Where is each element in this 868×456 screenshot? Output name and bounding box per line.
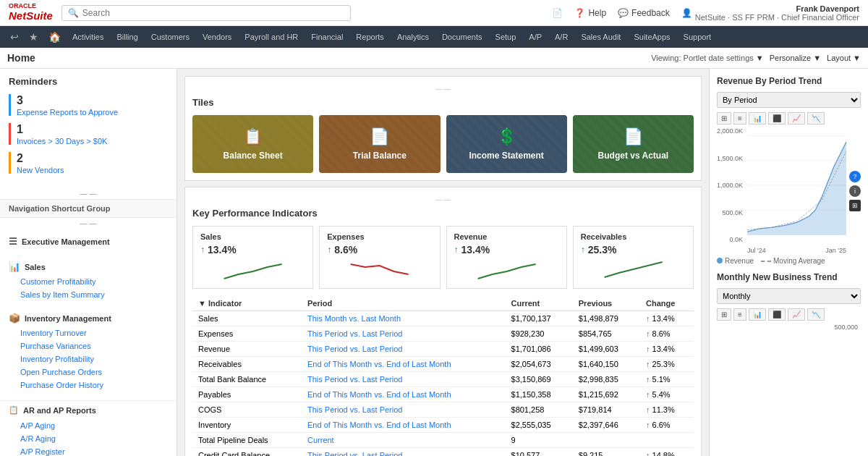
feedback-button[interactable]: 💬 Feedback (618, 8, 670, 18)
star-icon[interactable]: ★ (25, 28, 43, 46)
revenue-chart-container: 2,000.0K 1,500.0K 1,000.0K 500.0K 0.0K (717, 127, 861, 254)
nav-activities[interactable]: Activities (67, 30, 109, 44)
monthly-period-select[interactable]: Monthly (717, 288, 861, 304)
reminder-link-3[interactable]: New Vendors (17, 166, 64, 174)
table-row: Payables End of This Month vs. End of La… (192, 387, 694, 402)
revenue-panel: Revenue By Period Trend By Period ⊞ ≡ 📊 … (717, 76, 861, 265)
nav-sales-audit[interactable]: Sales Audit (575, 30, 626, 44)
help-icon: ❓ (574, 8, 585, 18)
nav-setup[interactable]: Setup (490, 30, 522, 44)
sidebar-group-title-sales[interactable]: 📊 Sales (0, 258, 176, 275)
chart-btn-bar[interactable]: ≡ (733, 112, 746, 124)
revenue-sparkline (454, 258, 559, 280)
sidebar-item-customer-profitability[interactable]: Customer Profitability (0, 275, 176, 288)
nav-suiteapps[interactable]: SuiteApps (628, 30, 676, 44)
sidebar-item-ar-aging[interactable]: A/R Aging (0, 432, 176, 445)
chart-btn-area[interactable]: ⬛ (768, 112, 786, 124)
monthly-btn-line[interactable]: 📊 (749, 308, 766, 321)
cell-period[interactable]: This Month vs. Last Month (302, 311, 506, 326)
monthly-btn-table[interactable]: ⊞ (717, 308, 731, 321)
sidebar-group-title-executive[interactable]: ☰ Executive Management (0, 233, 176, 250)
executive-icon: ☰ (9, 236, 17, 247)
monthly-btn-expand[interactable]: 📈 (788, 308, 805, 321)
chart-btn-table[interactable]: ⊞ (717, 112, 731, 124)
chart-help-icon[interactable]: ? (849, 171, 861, 182)
sidebar-group-title-ar-ap[interactable]: 📋 AR and AP Reports (0, 400, 176, 419)
chart-info-icon[interactable]: i (849, 185, 861, 197)
cell-period[interactable]: This Period vs. Last Period (302, 372, 506, 387)
nav-documents[interactable]: Documents (436, 30, 488, 44)
sidebar-item-ap-aging[interactable]: A/P Aging (0, 419, 176, 432)
reminder-link-1[interactable]: Expense Reports to Approve (17, 108, 118, 117)
nav-ar[interactable]: A/R (549, 30, 574, 44)
monthly-chart-toolbar: ⊞ ≡ 📊 ⬛ 📈 📉 (717, 308, 861, 321)
cell-current: 9 (506, 433, 573, 448)
search-box[interactable]: 🔍 (61, 5, 351, 21)
cell-change: ↑ 25.3% (640, 357, 694, 372)
nav-support[interactable]: Support (678, 30, 718, 44)
monthly-btn-area[interactable]: ⬛ (768, 308, 786, 321)
chart-settings-icon[interactable]: ⊞ (849, 200, 861, 211)
sidebar-group-title-inventory[interactable]: 📦 Inventory Management (0, 310, 176, 326)
cell-period[interactable]: End of This Month vs. End of Last Month (302, 387, 506, 402)
tiles-scroll-indicator: — — (192, 84, 694, 94)
back-icon[interactable]: ↩ (6, 28, 23, 46)
sidebar-item-inventory-profitability[interactable]: Inventory Profitability (0, 352, 176, 366)
chart-btn-settings[interactable]: 📉 (807, 112, 825, 124)
nav-payroll[interactable]: Payroll and HR (239, 30, 304, 44)
tile-budget-vs-actual[interactable]: 📄 Budget vs Actual (573, 115, 694, 173)
layout-control[interactable]: Layout ▼ (827, 54, 861, 62)
monthly-btn-settings[interactable]: 📉 (807, 308, 825, 321)
kpi-section-title: Key Performance Indicators (192, 208, 694, 219)
chart-btn-line[interactable]: 📊 (749, 112, 766, 124)
nav-reports[interactable]: Reports (350, 30, 390, 44)
feedback-icon: 💬 (618, 8, 629, 18)
cell-period[interactable]: This Period vs. Last Period (302, 326, 506, 342)
personalize-control[interactable]: Personalize ▼ (770, 54, 821, 62)
cell-period[interactable]: This Period vs. Last Period (302, 448, 506, 457)
expand-all-icon[interactable]: ▼ (198, 299, 206, 308)
help-button[interactable]: ❓ Help (574, 8, 606, 18)
cell-period[interactable]: End of This Month vs. End of Last Month (302, 357, 506, 372)
cell-indicator: Total Bank Balance (192, 372, 302, 387)
sidebar-item-po-history[interactable]: Purchase Order History (0, 379, 176, 392)
home-icon[interactable]: 🏠 (44, 28, 65, 46)
revenue-chart-area: Jul '24 Jan '25 (747, 127, 846, 254)
revenue-chart-svg (747, 127, 846, 243)
kpi-card-receivables: Receivables ↑ 25.3% (573, 226, 694, 289)
tile-income-statement[interactable]: 💲 Income Statement (446, 115, 567, 173)
col-current: Current (506, 296, 573, 311)
sidebar-item-purchase-variances[interactable]: Purchase Variances (0, 339, 176, 352)
monthly-btn-bar[interactable]: ≡ (733, 308, 746, 321)
cell-period[interactable]: This Period vs. Last Period (302, 402, 506, 418)
reminder-link-2[interactable]: Invoices > 30 Days > $0K (17, 137, 107, 145)
search-input[interactable] (82, 8, 344, 18)
main-layout: Reminders 3 Expense Reports to Approve 1… (0, 69, 868, 456)
nav-vendors[interactable]: Vendors (197, 30, 237, 44)
revenue-period-select[interactable]: By Period (717, 92, 861, 108)
cell-indicator: Payables (192, 387, 302, 402)
nav-ap[interactable]: A/P (523, 30, 548, 44)
cell-current: $1,700,137 (506, 311, 573, 326)
cell-period[interactable]: This Period vs. Last Period (302, 342, 506, 357)
nav-customers[interactable]: Customers (145, 30, 195, 44)
tile-balance-sheet[interactable]: 📋 Balance Sheet (192, 115, 313, 173)
nav-billing[interactable]: Billing (111, 30, 143, 44)
nav-financial[interactable]: Financial (305, 30, 349, 44)
sidebar-item-inventory-turnover[interactable]: Inventory Turnover (0, 326, 176, 339)
nav-analytics[interactable]: Analytics (391, 30, 435, 44)
kpi-cards: Sales ↑ 13.4% Expenses ↑ 8.6% (192, 226, 694, 289)
sidebar-item-ap-register[interactable]: A/P Register (0, 445, 176, 456)
revenue-chart-toolbar: ⊞ ≡ 📊 ⬛ 📈 📉 (717, 112, 861, 124)
chart-btn-expand[interactable]: 📈 (788, 112, 805, 124)
viewing-control[interactable]: Viewing: Portlet date settings ▼ (651, 54, 764, 62)
sidebar-item-sales-by-item[interactable]: Sales by Item Summary (0, 288, 176, 301)
sidebar-item-open-po[interactable]: Open Purchase Orders (0, 366, 176, 379)
table-row: Inventory End of This Month vs. End of L… (192, 418, 694, 433)
tile-trial-balance[interactable]: 📄 Trial Balance (319, 115, 440, 173)
cell-period[interactable]: End of This Month vs. End of Last Month (302, 418, 506, 433)
user-menu[interactable]: 👤 Frank Davenport NetSuite · SS FF PRM ·… (681, 4, 859, 22)
doc-icon-button[interactable]: 📄 (552, 8, 563, 18)
cell-period[interactable]: Current (302, 433, 506, 448)
logo: ORACLE NetSuite (9, 3, 53, 22)
